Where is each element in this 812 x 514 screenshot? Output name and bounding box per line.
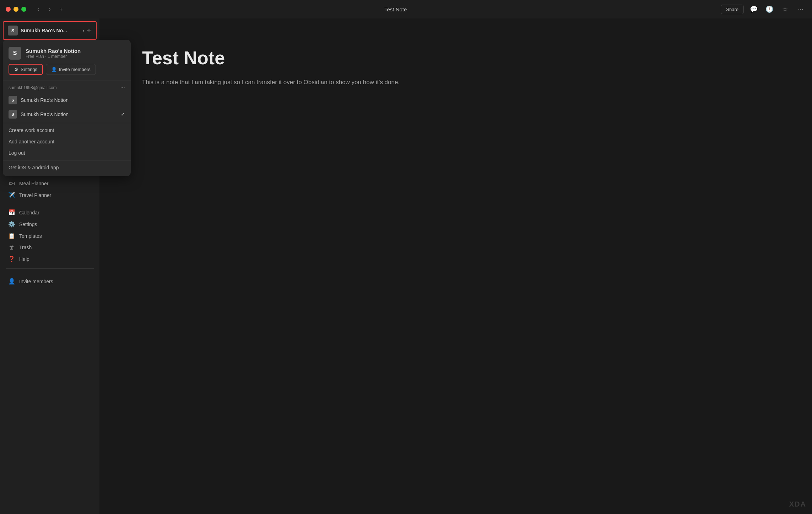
dropdown-avatar: S <box>9 47 21 60</box>
page-content: Test Note This is a note that I am takin… <box>99 18 812 514</box>
title-bar: ‹ › + Test Note Share 💬 🕐 ☆ ··· <box>0 0 812 18</box>
settings-icon: ⚙️ <box>8 221 16 228</box>
account-name-2: Sumukh Rao's Notion <box>21 111 117 117</box>
fullscreen-button[interactable] <box>21 7 26 12</box>
close-button[interactable] <box>6 7 11 12</box>
account-name-1: Sumukh Rao's Notion <box>21 97 125 103</box>
sidebar-item-travel-planner[interactable]: ✈️ Travel Planner <box>2 189 97 201</box>
nav-add-button[interactable]: + <box>56 4 66 14</box>
nav-forward-button[interactable]: › <box>45 4 55 14</box>
workspace-avatar: S <box>8 26 18 35</box>
chat-icon: 💬 <box>750 5 758 13</box>
dropdown-workspace-info: S Sumukh Rao's Notion Free Plan · 1 memb… <box>3 44 131 64</box>
sidebar-item-calendar[interactable]: 📅 Calendar <box>2 207 97 218</box>
share-button[interactable]: Share <box>721 5 744 14</box>
sidebar-item-label-meal-planner: Meal Planner <box>19 181 49 186</box>
sidebar-item-label-invite: Invite members <box>19 279 53 284</box>
dropdown-workspace-details: Sumukh Rao's Notion Free Plan · 1 member <box>26 48 81 59</box>
dropdown-workspace-name: Sumukh Rao's Notion <box>26 48 81 54</box>
sidebar-section: 💰 Monthly Budget 🍽 Meal Planner ✈️ Trave… <box>0 163 99 514</box>
dropdown-divider-2 <box>3 123 131 123</box>
watermark: XDA <box>789 500 806 508</box>
sidebar-item-label-travel-planner: Travel Planner <box>19 192 52 198</box>
sidebar-item-trash[interactable]: 🗑 Trash <box>2 242 97 253</box>
workspace-dropdown: S Sumukh Rao's Notion Free Plan · 1 memb… <box>3 40 131 176</box>
dropdown-divider-3 <box>3 160 131 160</box>
traffic-lights <box>6 7 26 12</box>
travel-icon: ✈️ <box>8 192 16 198</box>
create-work-account-item[interactable]: Create work account <box>3 125 131 136</box>
more-icon-button[interactable]: ··· <box>795 4 806 15</box>
sidebar-item-label-settings: Settings <box>19 222 37 227</box>
sidebar-item-label-templates: Templates <box>19 233 42 239</box>
templates-icon: 📋 <box>8 233 16 239</box>
check-icon: ✓ <box>121 111 125 117</box>
dropdown-dots[interactable]: ··· <box>120 84 125 91</box>
page-body: This is a note that I am taking just so … <box>142 77 462 87</box>
sidebar-item-help[interactable]: ❓ Help <box>2 253 97 265</box>
workspace-name: Sumukh Rao's No... <box>21 28 80 33</box>
more-icon: ··· <box>798 6 803 13</box>
sidebar-item-label-trash: Trash <box>19 245 32 250</box>
dropdown-workspace-plan: Free Plan · 1 member <box>26 54 81 59</box>
sidebar-item-label-calendar: Calendar <box>19 210 39 215</box>
nav-back-button[interactable]: ‹ <box>33 4 43 14</box>
meal-icon: 🍽 <box>8 180 16 187</box>
sidebar-item-settings[interactable]: ⚙️ Settings <box>2 218 97 230</box>
sidebar: S Sumukh Rao's No... ▾ ✏ S Sumukh Rao's … <box>0 18 99 514</box>
star-icon: ☆ <box>782 5 788 13</box>
help-icon: ❓ <box>8 256 16 262</box>
ios-android-item[interactable]: Get iOS & Android app <box>3 162 131 173</box>
favorite-icon-button[interactable]: ☆ <box>779 4 791 15</box>
sidebar-item-templates[interactable]: 📋 Templates <box>2 230 97 242</box>
dropdown-email: sumukh1998@gmail.com <box>9 85 57 90</box>
settings-button[interactable]: ⚙ Settings <box>9 64 43 75</box>
clock-icon: 🕐 <box>765 5 773 13</box>
edit-icon[interactable]: ✏ <box>87 28 92 33</box>
invite-icon: 👤 <box>8 278 16 285</box>
account-avatar-1: S <box>9 96 17 104</box>
dropdown-divider-1 <box>3 81 131 81</box>
main-layout: S Sumukh Rao's No... ▾ ✏ S Sumukh Rao's … <box>0 18 812 514</box>
account-avatar-2: S <box>9 110 17 119</box>
page-title-bar: Test Note <box>384 6 407 12</box>
chevron-down-icon: ▾ <box>82 28 85 33</box>
sidebar-item-meal-planner[interactable]: 🍽 Meal Planner <box>2 178 97 189</box>
nav-controls: ‹ › + <box>33 4 66 14</box>
account-item-2[interactable]: S Sumukh Rao's Notion ✓ <box>3 107 131 121</box>
history-icon-button[interactable]: 🕐 <box>764 4 775 15</box>
title-bar-center: Test Note <box>70 6 721 12</box>
invite-members-button[interactable]: 👤 Invite members <box>46 64 96 75</box>
page-title: Test Note <box>142 47 769 69</box>
add-another-account-item[interactable]: Add another account <box>3 136 131 147</box>
sidebar-item-invite-members[interactable]: 👤 Invite members <box>2 275 97 287</box>
account-item-1[interactable]: S Sumukh Rao's Notion <box>3 93 131 107</box>
trash-icon: 🗑 <box>8 244 16 251</box>
sidebar-item-label-help: Help <box>19 256 29 262</box>
gear-icon: ⚙ <box>14 67 18 72</box>
calendar-icon: 📅 <box>8 209 16 216</box>
workspace-header[interactable]: S Sumukh Rao's No... ▾ ✏ <box>3 21 97 40</box>
title-bar-actions: Share 💬 🕐 ☆ ··· <box>721 4 806 15</box>
chat-icon-button[interactable]: 💬 <box>748 4 759 15</box>
log-out-item[interactable]: Log out <box>3 147 131 159</box>
minimize-button[interactable] <box>13 7 18 12</box>
dropdown-email-row: sumukh1998@gmail.com ··· <box>3 82 131 93</box>
person-icon: 👤 <box>51 67 57 72</box>
dropdown-actions: ⚙ Settings 👤 Invite members <box>3 64 131 79</box>
